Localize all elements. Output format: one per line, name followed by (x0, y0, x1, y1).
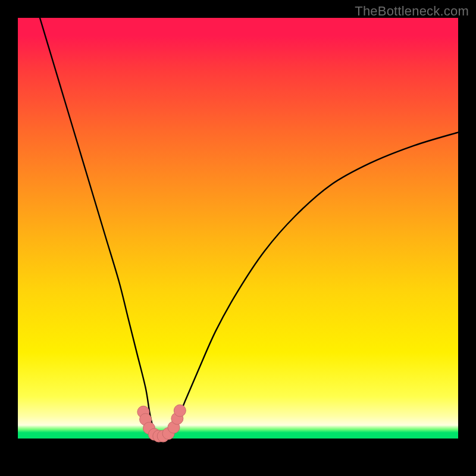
bottleneck-curve (40, 18, 458, 441)
outer-frame: TheBottleneck.com (0, 0, 476, 476)
curve-marker (174, 405, 186, 416)
plot-area (18, 18, 458, 458)
curve-markers (137, 405, 186, 442)
watermark-text: TheBottleneck.com (355, 4, 469, 19)
curve-layer (18, 18, 458, 458)
